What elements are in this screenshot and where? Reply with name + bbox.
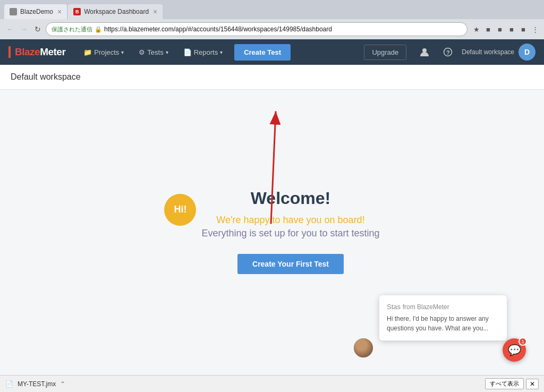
nav-reports-caret: ▾ bbox=[220, 49, 223, 55]
nav-projects-icon: 📁 bbox=[83, 48, 92, 56]
app-container: BlazeMeter 📁 Projects ▾ ⚙ Tests ▾ 📄 Repo… bbox=[0, 39, 544, 375]
chat-avatar bbox=[354, 338, 373, 357]
nav-right: ? Default workspace D bbox=[415, 42, 536, 62]
tab-favicon-1 bbox=[10, 8, 17, 15]
nav-projects[interactable]: 📁 Projects ▾ bbox=[78, 39, 129, 65]
page-content: Default workspace Hi! Welcome! We're hap… bbox=[0, 65, 544, 375]
nav-tests-label: Tests bbox=[147, 48, 163, 56]
workspace-label: Default workspace bbox=[462, 48, 514, 56]
tab-close-2[interactable]: × bbox=[153, 7, 157, 16]
page-header: Default workspace bbox=[0, 65, 544, 90]
bottom-right: すべて表示 ✕ bbox=[485, 378, 539, 389]
ext-icon-2[interactable]: ■ bbox=[495, 24, 505, 34]
welcome-sub2: Everything is set up for you to start te… bbox=[201, 228, 379, 239]
menu-icon[interactable]: ⋮ bbox=[530, 24, 540, 34]
brand: BlazeMeter bbox=[8, 46, 65, 58]
brand-line bbox=[8, 46, 11, 58]
chat-badge: 1 bbox=[518, 337, 527, 346]
brand-text: BlazeMeter bbox=[15, 46, 65, 58]
svg-point-1 bbox=[422, 48, 427, 53]
user-avatar[interactable]: D bbox=[518, 44, 536, 61]
address-bar[interactable]: 保護された通信 🔒 https://a.blazemeter.com/app/#… bbox=[46, 22, 468, 36]
back-button[interactable]: ← bbox=[4, 23, 16, 35]
ext-icon-4[interactable]: ■ bbox=[518, 24, 528, 34]
url-text: https://a.blazemeter.com/app/#/accounts/… bbox=[104, 25, 332, 33]
lock-icon: 🔒 bbox=[95, 26, 102, 33]
nav-bar: ← → ↻ 保護された通信 🔒 https://a.blazemeter.com… bbox=[0, 19, 544, 39]
nav-reports[interactable]: 📄 Reports ▾ bbox=[178, 39, 228, 65]
main-area: Hi! Welcome! We're happy to have you on … bbox=[0, 90, 544, 372]
upgrade-button[interactable]: Upgrade bbox=[364, 45, 406, 60]
tab-workspace[interactable]: B Workspace Dashboard × bbox=[68, 4, 163, 19]
tab-label-1: BlazeDemo bbox=[20, 8, 53, 15]
chat-widget: Stas from BlazeMeter Hi there, I'd be ha… bbox=[379, 295, 507, 340]
browser-chrome: BlazeDemo × B Workspace Dashboard × ← → … bbox=[0, 0, 544, 39]
bottom-bar: 📄 MY-TEST.jmx ⌃ すべて表示 ✕ bbox=[0, 375, 544, 392]
close-bottom-button[interactable]: ✕ bbox=[526, 379, 539, 389]
bookmark-icon[interactable]: ★ bbox=[472, 24, 481, 34]
nav-icons: ★ ■ ■ ■ ■ ⋮ bbox=[472, 24, 540, 34]
chat-icon: 💬 bbox=[508, 344, 521, 356]
tab-close-1[interactable]: × bbox=[57, 7, 62, 16]
app-nav: BlazeMeter 📁 Projects ▾ ⚙ Tests ▾ 📄 Repo… bbox=[0, 39, 544, 65]
file-name: MY-TEST.jmx bbox=[18, 380, 56, 388]
page-title: Default workspace bbox=[11, 72, 533, 82]
nav-reports-icon: 📄 bbox=[183, 48, 192, 56]
welcome-title: Welcome! bbox=[201, 189, 379, 208]
hi-bubble: Hi! bbox=[164, 194, 196, 226]
nav-reports-label: Reports bbox=[194, 48, 218, 56]
welcome-content: Welcome! We're happy to have you on boar… bbox=[191, 189, 379, 274]
welcome-sub: We're happy to have you on board! bbox=[201, 215, 379, 226]
chat-message: Hi there, I'd be happy to answer any que… bbox=[387, 314, 499, 333]
tab-label-2: Workspace Dashboard bbox=[84, 8, 149, 15]
nav-projects-caret: ▾ bbox=[121, 49, 124, 55]
create-test-button[interactable]: Create Test bbox=[234, 44, 291, 61]
forward-button[interactable]: → bbox=[18, 23, 30, 35]
chat-open-button[interactable]: 💬 1 bbox=[503, 338, 526, 362]
ext-icon-3[interactable]: ■ bbox=[507, 24, 516, 34]
nav-projects-label: Projects bbox=[94, 48, 119, 56]
reload-button[interactable]: ↻ bbox=[32, 23, 44, 35]
secure-text: 保護された通信 bbox=[52, 25, 92, 33]
tab-blazedemo[interactable]: BlazeDemo × bbox=[4, 4, 67, 19]
welcome-section: Hi! Welcome! We're happy to have you on … bbox=[164, 189, 379, 274]
svg-text:?: ? bbox=[446, 49, 450, 56]
chat-avatar-img bbox=[354, 338, 373, 357]
ext-icon-1[interactable]: ■ bbox=[483, 24, 493, 34]
nav-tests-caret: ▾ bbox=[166, 49, 168, 55]
tab-bar: BlazeDemo × B Workspace Dashboard × bbox=[0, 0, 544, 19]
file-expand-icon[interactable]: ⌃ bbox=[60, 380, 65, 388]
user-profile-icon[interactable] bbox=[415, 42, 434, 62]
tab-favicon-2: B bbox=[73, 8, 81, 15]
nav-tests-icon: ⚙ bbox=[139, 48, 145, 56]
svg-rect-0 bbox=[10, 8, 16, 15]
chat-from: Stas from BlazeMeter bbox=[387, 303, 499, 311]
nav-tests[interactable]: ⚙ Tests ▾ bbox=[133, 39, 173, 65]
create-first-test-button[interactable]: Create Your First Test bbox=[237, 254, 344, 274]
file-icon: 📄 bbox=[5, 380, 13, 388]
help-icon[interactable]: ? bbox=[438, 42, 457, 62]
show-all-button[interactable]: すべて表示 bbox=[485, 378, 524, 389]
